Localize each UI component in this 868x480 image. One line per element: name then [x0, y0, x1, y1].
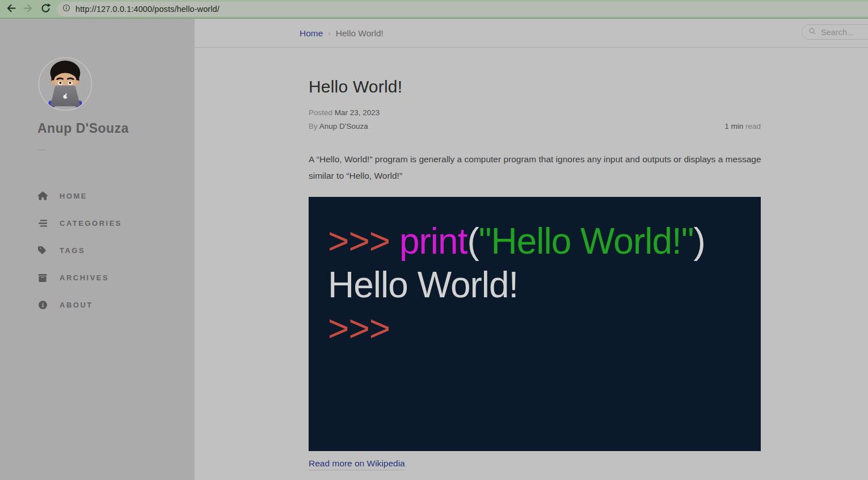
- post-author: Anup D'Souza: [319, 122, 368, 130]
- tags-icon: [37, 246, 48, 255]
- sidebar-item-label: HOME: [60, 192, 87, 200]
- url-text[interactable]: http://127.0.0.1:4000/posts/hello-world/: [75, 5, 220, 14]
- sidebar-item-label: CATEGORIES: [60, 219, 122, 228]
- code-line-2: Hello World!: [328, 263, 761, 307]
- forward-arrow-icon: [22, 2, 34, 16]
- code-paren: (: [467, 221, 478, 262]
- code-screenshot: >>> print("Hello World!") Hello World! >…: [309, 197, 761, 451]
- browser-back-button[interactable]: [5, 3, 17, 15]
- topbar: Home › Hello World!: [195, 19, 868, 48]
- site-tagline: ...: [37, 143, 195, 152]
- sidebar-item-categories[interactable]: CATEGORIES: [37, 209, 195, 237]
- home-icon: [37, 191, 48, 201]
- info-circle-icon: [37, 300, 48, 310]
- post-date: Mar 23, 2023: [335, 108, 380, 117]
- post-title: Hello World!: [309, 77, 868, 96]
- site-name[interactable]: Anup D'Souza: [37, 121, 195, 136]
- breadcrumb-home-link[interactable]: Home: [300, 28, 323, 39]
- search-input[interactable]: [821, 28, 868, 37]
- browser-forward-button[interactable]: [22, 3, 34, 15]
- site-info-icon[interactable]: [62, 3, 71, 15]
- sidebar-item-label: ABOUT: [60, 301, 93, 309]
- breadcrumb: Home › Hello World!: [300, 19, 384, 48]
- archives-icon: [37, 273, 48, 283]
- post-meta: Posted Mar 23, 2023 By Anup D'Souza 1 mi…: [309, 106, 761, 133]
- code-keyword: print: [399, 221, 467, 262]
- address-bar[interactable]: http://127.0.0.1:4000/posts/hello-world/: [57, 2, 868, 16]
- reload-icon: [40, 2, 52, 16]
- search-icon: [808, 27, 817, 38]
- by-label: By: [309, 122, 318, 130]
- sidebar-item-label: ARCHIVES: [60, 273, 109, 282]
- breadcrumb-current: Hello World!: [336, 28, 384, 39]
- search-box[interactable]: [802, 24, 868, 40]
- sidebar-item-about[interactable]: ABOUT: [37, 291, 195, 318]
- main-panel: Home › Hello World! Hello World! Posted …: [195, 19, 868, 480]
- wikipedia-link[interactable]: Read more on Wikipedia: [309, 458, 405, 470]
- avatar[interactable]: [37, 56, 93, 112]
- posted-label: Posted: [309, 108, 332, 117]
- post-content: Hello World! Posted Mar 23, 2023 By Anup…: [195, 48, 868, 470]
- code-prompt: >>>: [328, 221, 399, 262]
- breadcrumb-separator: ›: [328, 29, 330, 37]
- browser-toolbar: http://127.0.0.1:4000/posts/hello-world/: [0, 0, 868, 19]
- sidebar: Anup D'Souza ... HOME CATEGORIES: [0, 19, 195, 480]
- browser-reload-button[interactable]: [39, 3, 52, 15]
- read-label: read: [745, 122, 761, 130]
- read-time: 1 min: [724, 122, 743, 130]
- code-string: "Hello World!": [479, 221, 694, 262]
- post-paragraph: A “Hello, World!” program is generally a…: [309, 151, 761, 184]
- code-line-1: >>> print("Hello World!"): [328, 220, 761, 263]
- categories-icon: [37, 218, 48, 228]
- code-line-3: >>>: [328, 307, 761, 351]
- sidebar-item-label: TAGS: [60, 246, 85, 255]
- back-arrow-icon: [5, 2, 17, 16]
- code-paren: ): [694, 221, 705, 262]
- sidebar-item-archives[interactable]: ARCHIVES: [37, 264, 195, 291]
- sidebar-nav: HOME CATEGORIES TAGS: [37, 182, 195, 318]
- sidebar-item-home[interactable]: HOME: [37, 182, 195, 209]
- sidebar-item-tags[interactable]: TAGS: [37, 237, 195, 264]
